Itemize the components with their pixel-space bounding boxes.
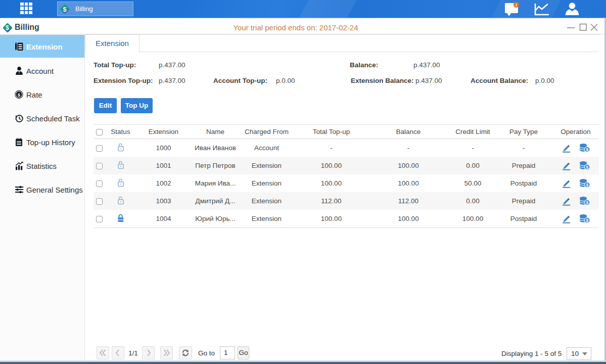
svg-text:!: ! — [516, 3, 517, 8]
svg-text:$: $ — [586, 183, 588, 188]
svg-text:$: $ — [18, 92, 21, 97]
svg-text:$: $ — [586, 200, 588, 205]
svg-text:$: $ — [586, 147, 588, 152]
svg-text:$: $ — [586, 165, 588, 170]
svg-text:$: $ — [586, 218, 588, 223]
